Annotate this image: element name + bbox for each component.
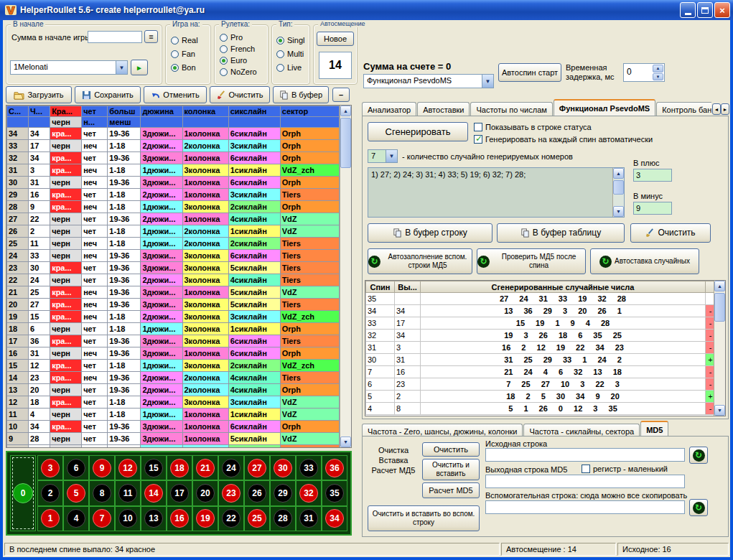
- count-combobox[interactable]: 7 ▼: [368, 149, 398, 163]
- history-row[interactable]: 1736кра...чет19-363дюжи...3колонка6сикла…: [7, 335, 340, 347]
- board-cell-23[interactable]: 23: [218, 480, 244, 505]
- history-row[interactable]: 289кра...неч1-181дюжи...3колонка2сиклайн…: [7, 201, 340, 213]
- generated-row[interactable]: 5218 2 5 30 34 9 20+: [366, 391, 716, 403]
- generated-area-scrollbar[interactable]: ▲ ▼: [612, 168, 624, 217]
- board-cell-30[interactable]: 30: [270, 455, 296, 480]
- play-button[interactable]: ►: [131, 60, 148, 75]
- autobet-random-button[interactable]: ↻ Автоставка случайных: [590, 248, 699, 274]
- function-combobox[interactable]: Функционал PsevdoMS ▼: [363, 74, 494, 88]
- radio-real[interactable]: Real: [171, 35, 198, 45]
- board-cell-17[interactable]: 17: [167, 480, 192, 505]
- clear-button[interactable]: Очистить: [210, 86, 270, 103]
- history-header-cell[interactable]: [7, 117, 29, 128]
- board-cell-36[interactable]: 36: [322, 455, 347, 480]
- buffer-row-button[interactable]: В буфер строку: [368, 223, 492, 243]
- history-header-cell[interactable]: колонка: [182, 106, 228, 117]
- scroll-down-icon[interactable]: ▼: [714, 405, 725, 416]
- board-cell-2[interactable]: 2: [37, 480, 63, 505]
- generated-row[interactable]: 31316 2 12 19 22 34 23-: [366, 342, 716, 354]
- history-header-cell[interactable]: менш: [108, 117, 141, 128]
- board-cell-12[interactable]: 12: [115, 455, 141, 480]
- tab-Автоставки[interactable]: Автоставки: [417, 102, 470, 116]
- history-row[interactable]: 1423кра...неч19-362дюжи...2колонка4сикла…: [7, 372, 340, 384]
- copy-buffer-button[interactable]: В буфер: [273, 86, 329, 103]
- generated-numbers-area[interactable]: 1) 27; 2) 24; 3) 31; 4) 33; 5) 19; 6) 32…: [368, 167, 625, 218]
- md5-clear-paste-button[interactable]: Очистить и вставить: [422, 459, 480, 480]
- generated-row[interactable]: 331715 19 1 9 4 28-: [366, 317, 716, 330]
- board-cell-29[interactable]: 29: [270, 480, 296, 505]
- history-row[interactable]: 2722чернчет19-362дюжи...1колонка4сиклайн…: [7, 213, 340, 225]
- history-header-cell[interactable]: больш: [108, 106, 141, 117]
- history-row[interactable]: 2916кра...чет1-182дюжи...1колонка3сиклай…: [7, 189, 340, 201]
- md5-recycle-button-1[interactable]: ↻: [689, 447, 708, 464]
- history-row[interactable]: 3234кра...чет19-363дюжи...1колонка6сикла…: [7, 152, 340, 164]
- md5-clear-paste-aux-button[interactable]: Очистить и вставить во вспом. строку: [368, 505, 480, 531]
- radio-singl[interactable]: Singl: [276, 35, 304, 45]
- buffer-table-button[interactable]: В буфер таблицу: [497, 223, 625, 243]
- history-row[interactable]: 2027кра...неч19-363дюжи...3колонка5сикла…: [7, 299, 340, 311]
- board-cell-24[interactable]: 24: [218, 455, 244, 480]
- history-scroll-thumb[interactable]: [340, 118, 351, 168]
- generated-table-scrollbar[interactable]: ▲ ▼: [714, 281, 725, 416]
- radio-french[interactable]: French: [220, 44, 257, 54]
- generated-scroll-thumb[interactable]: [613, 180, 624, 195]
- generated-row[interactable]: 485 1 26 0 12 3 35-: [366, 403, 716, 415]
- minimize-button[interactable]: [680, 2, 696, 18]
- history-header-cell[interactable]: [141, 117, 182, 128]
- chevron-down-icon[interactable]: ▼: [386, 150, 397, 162]
- generate-button[interactable]: Сгенерировать: [368, 122, 468, 141]
- maximize-button[interactable]: [697, 2, 713, 18]
- history-row[interactable]: 2224чернчет19-362дюжи...3колонка4сиклайн…: [7, 274, 340, 286]
- radio-nozero[interactable]: NoZero: [220, 67, 257, 77]
- board-cell-14[interactable]: 14: [141, 480, 167, 505]
- history-row[interactable]: 2511черннеч1-181дюжи...2колонка2сиклайнT…: [7, 238, 340, 250]
- radio-live[interactable]: Live: [276, 62, 304, 73]
- tab-Функционал PsevdoMS[interactable]: Функционал PsevdoMS: [554, 99, 655, 116]
- scroll-up-icon[interactable]: ▲: [613, 168, 624, 179]
- board-cell-10[interactable]: 10: [115, 506, 141, 531]
- board-cell-28[interactable]: 28: [270, 506, 296, 531]
- scroll-down-icon[interactable]: ▼: [340, 437, 351, 447]
- chevron-down-icon[interactable]: ▼: [116, 61, 127, 74]
- spin-down-icon[interactable]: ▼: [653, 73, 663, 81]
- board-cell-20[interactable]: 20: [192, 480, 218, 505]
- history-scrollbar[interactable]: ▲ ▼: [340, 106, 351, 447]
- history-row[interactable]: 1512кра...чет1-181дюжи...3колонка2сиклай…: [7, 360, 340, 372]
- history-row[interactable]: 2125кра...неч19-363дюжи...1колонка5сикла…: [7, 286, 340, 299]
- radio-bon[interactable]: Bon: [171, 62, 198, 73]
- generated-table-scroll-thumb[interactable]: [714, 293, 725, 322]
- history-row[interactable]: 2330кра...чет19-363дюжи...3колонка5сикла…: [7, 262, 340, 274]
- board-cell-9[interactable]: 9: [89, 455, 115, 480]
- board-cell-33[interactable]: 33: [296, 455, 322, 480]
- scroll-up-icon[interactable]: ▲: [714, 281, 725, 291]
- history-header-cell[interactable]: Ч...: [29, 106, 50, 117]
- board-cell-16[interactable]: 16: [167, 506, 192, 531]
- list-button[interactable]: ≡: [144, 30, 158, 43]
- board-cell-3[interactable]: 3: [37, 455, 63, 480]
- tab-Частоты по числам[interactable]: Частоты по числам: [470, 102, 552, 116]
- start-sum-input[interactable]: [88, 31, 142, 43]
- history-row[interactable]: 1915кра...неч1-182дюжи...3колонка3сиклай…: [7, 311, 340, 323]
- delay-spinner[interactable]: 0 ▲▼: [623, 63, 665, 82]
- generated-row[interactable]: 6237 25 27 10 3 22 3-: [366, 378, 716, 391]
- board-cell-35[interactable]: 35: [322, 480, 347, 505]
- tab-Анализатор[interactable]: Анализатор: [362, 102, 416, 116]
- generated-row[interactable]: 323419 3 26 18 6 35 25-: [366, 330, 716, 342]
- md5-calc-button[interactable]: Расчет MD5: [422, 482, 480, 498]
- history-header-cell[interactable]: сикслайн: [228, 106, 280, 117]
- history-header-cell[interactable]: н...: [82, 117, 108, 128]
- history-row[interactable]: 186чернчет1-181дюжи...3колонка1сиклайнOr…: [7, 323, 340, 335]
- history-header-cell[interactable]: [182, 117, 228, 128]
- autofill-md5-button[interactable]: ↻ Автозаполнение вспом. строки МД5: [368, 248, 472, 274]
- history-header-cell[interactable]: [228, 117, 280, 128]
- history-row[interactable]: 1218кра...чет1-182дюжи...3колонка3сиклай…: [7, 396, 340, 409]
- check-md5-button[interactable]: ↻ Проверить МД5 после спина: [477, 248, 586, 274]
- scroll-up-icon[interactable]: ▲: [340, 106, 351, 116]
- new-button[interactable]: Новое: [317, 32, 354, 46]
- history-row[interactable]: 3031черннеч19-363дюжи...1колонка6сиклайн…: [7, 177, 340, 189]
- radio-pro[interactable]: Pro: [220, 32, 257, 42]
- generated-row[interactable]: 343413 36 29 3 20 26 1-: [366, 305, 716, 317]
- board-cell-27[interactable]: 27: [244, 455, 270, 480]
- radio-fan[interactable]: Fan: [171, 49, 198, 59]
- board-cell-13[interactable]: 13: [141, 506, 167, 531]
